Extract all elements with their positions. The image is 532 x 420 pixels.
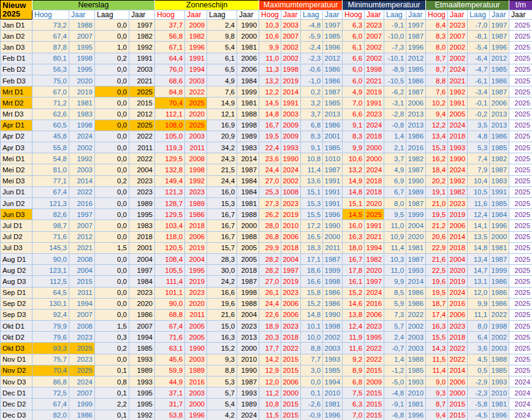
data-cell[interactable]: -2,3 xyxy=(468,388,490,399)
data-cell[interactable]: 1982 xyxy=(490,153,509,164)
data-cell[interactable]: 3,7 xyxy=(301,109,323,120)
data-cell[interactable]: 2015 xyxy=(281,365,301,376)
data-cell[interactable]: 1988 xyxy=(237,109,259,120)
data-cell[interactable]: 11,4 xyxy=(384,242,406,253)
data-cell[interactable]: 16,9 xyxy=(207,120,237,131)
data-cell[interactable]: 2019 xyxy=(185,242,207,253)
tm-cell[interactable]: 2025 xyxy=(509,142,532,153)
data-cell[interactable]: 2,2 xyxy=(95,399,129,410)
data-cell[interactable]: 1981 xyxy=(490,399,509,410)
data-cell[interactable]: 12,0 xyxy=(468,287,490,298)
data-cell[interactable]: 0,0 xyxy=(95,20,129,31)
data-cell[interactable]: 63,1 xyxy=(155,343,185,354)
data-cell[interactable]: 14,8 xyxy=(259,109,281,120)
data-cell[interactable]: 2015 xyxy=(448,399,468,410)
data-cell[interactable]: 3,6 xyxy=(468,343,490,354)
data-cell[interactable]: 67,4 xyxy=(155,321,185,332)
data-cell[interactable]: 9,9 xyxy=(259,42,281,53)
data-cell[interactable]: 56,8 xyxy=(155,31,185,42)
data-cell[interactable]: 0,3 xyxy=(95,332,129,343)
data-cell[interactable]: 0,0 xyxy=(95,131,129,142)
data-cell[interactable]: 80,1 xyxy=(32,53,69,64)
data-cell[interactable]: 1994 xyxy=(185,64,207,75)
data-cell[interactable]: 1983 xyxy=(237,142,259,153)
tm-cell[interactable]: 2025 xyxy=(509,309,532,320)
data-cell[interactable]: -8,1 xyxy=(468,31,490,42)
data-cell[interactable]: 2018 xyxy=(281,332,301,343)
data-cell[interactable]: 1987 xyxy=(237,276,259,287)
data-cell[interactable]: 2021 xyxy=(69,242,95,253)
row-label[interactable]: Okt D1 xyxy=(1,321,32,332)
data-cell[interactable]: 1991 xyxy=(490,186,509,197)
data-cell[interactable]: 2001 xyxy=(129,242,155,253)
data-cell[interactable]: 1991 xyxy=(323,175,343,186)
data-cell[interactable]: 14,1 xyxy=(468,220,490,231)
row-label[interactable]: Sep D2 xyxy=(1,298,32,309)
data-cell[interactable]: 2011 xyxy=(185,309,207,320)
data-cell[interactable]: 1990 xyxy=(237,365,259,376)
data-cell[interactable]: 1989 xyxy=(129,365,155,376)
data-cell[interactable]: 2006 xyxy=(365,309,384,320)
data-cell[interactable]: 1997 xyxy=(323,20,343,31)
data-cell[interactable]: 1999 xyxy=(323,265,343,276)
data-cell[interactable]: 2022 xyxy=(448,343,468,354)
data-cell[interactable]: 2004 xyxy=(281,253,301,264)
subheader-etmaaltemperatuur-laag-2[interactable]: Laag xyxy=(468,10,490,20)
data-cell[interactable]: -1,0 xyxy=(301,75,323,86)
data-cell[interactable]: 2003 xyxy=(185,388,207,399)
data-cell[interactable]: 18,7 xyxy=(426,298,448,309)
data-cell[interactable]: 25,3 xyxy=(259,186,281,197)
data-cell[interactable]: 2019 xyxy=(281,276,301,287)
data-cell[interactable]: -9,1 xyxy=(384,20,406,31)
data-cell[interactable]: 1998 xyxy=(281,64,301,75)
data-cell[interactable]: 1988 xyxy=(237,231,259,242)
data-cell[interactable]: 6,1 xyxy=(343,42,365,53)
data-cell[interactable]: 14,8 xyxy=(468,242,490,253)
data-cell[interactable]: 1,4 xyxy=(384,354,406,365)
data-cell[interactable]: -10,5 xyxy=(384,75,406,86)
data-cell[interactable]: 1,5 xyxy=(95,321,129,332)
data-cell[interactable]: 12,9 xyxy=(259,365,281,376)
data-cell[interactable]: 11,9 xyxy=(343,332,365,343)
data-cell[interactable]: 7,3 xyxy=(384,309,406,320)
data-cell[interactable]: 2005 xyxy=(237,242,259,253)
data-cell[interactable]: 62,6 xyxy=(32,109,69,120)
data-cell[interactable]: 27,3 xyxy=(259,198,281,209)
data-cell[interactable]: 2000 xyxy=(237,220,259,231)
data-cell[interactable]: 2001 xyxy=(323,131,343,142)
data-cell[interactable]: 2018 xyxy=(129,231,155,242)
data-cell[interactable]: 17,4 xyxy=(426,309,448,320)
data-cell[interactable]: 2024 xyxy=(69,376,95,388)
data-cell[interactable]: -4,5 xyxy=(468,410,490,420)
data-cell[interactable]: 79,6 xyxy=(32,332,69,343)
data-cell[interactable]: 112,5 xyxy=(32,276,69,287)
row-label[interactable]: Dec D2 xyxy=(1,399,32,410)
data-cell[interactable]: 2023 xyxy=(281,287,301,298)
data-cell[interactable]: -2,6 xyxy=(301,399,323,410)
data-cell[interactable]: 6,0 xyxy=(343,75,365,86)
data-cell[interactable]: 64,4 xyxy=(155,53,185,64)
data-cell[interactable]: 123,1 xyxy=(32,265,69,276)
sheet-title-cell[interactable]: Nieuw2025 xyxy=(1,1,32,20)
data-cell[interactable]: 1992 xyxy=(185,175,207,186)
data-cell[interactable]: 11,5 xyxy=(259,410,281,420)
data-cell[interactable]: 73,2 xyxy=(32,20,69,31)
data-cell[interactable]: 8,0 xyxy=(468,321,490,332)
data-cell[interactable]: 1991 xyxy=(281,97,301,109)
data-cell[interactable]: 2015 xyxy=(281,410,301,420)
data-cell[interactable]: 8,3 xyxy=(426,31,448,42)
data-cell[interactable]: 12,4 xyxy=(468,209,490,220)
data-cell[interactable]: 2020 xyxy=(129,298,155,309)
data-cell[interactable]: 1981 xyxy=(237,42,259,53)
data-cell[interactable]: 1999 xyxy=(490,265,509,276)
tm-cell[interactable]: 2025 xyxy=(509,253,532,264)
data-cell[interactable]: 7,0 xyxy=(343,410,365,420)
data-cell[interactable]: 18,4 xyxy=(426,164,448,175)
data-cell[interactable]: 2013 xyxy=(406,120,426,131)
row-label[interactable]: Mei D1 xyxy=(1,153,32,164)
data-cell[interactable]: 11,4 xyxy=(426,365,448,376)
data-cell[interactable]: 2012 xyxy=(69,231,95,242)
data-cell[interactable]: 15,7 xyxy=(207,242,237,253)
data-cell[interactable]: 2012 xyxy=(323,53,343,64)
data-cell[interactable]: -0,2 xyxy=(468,109,490,120)
